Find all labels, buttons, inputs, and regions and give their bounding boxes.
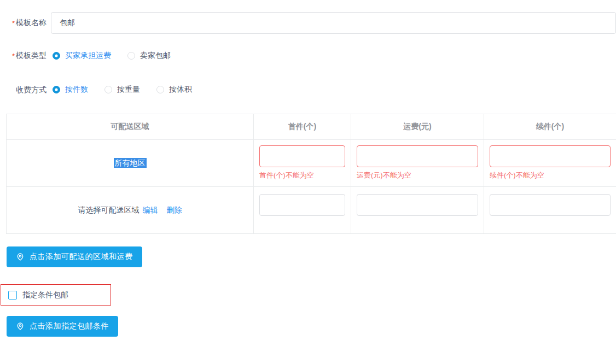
all-regions-text[interactable]: 所有地区	[114, 158, 147, 168]
radio-label: 按重量	[117, 85, 140, 95]
additional-piece-cell	[484, 187, 616, 234]
conditional-free-shipping-checkbox[interactable]	[8, 291, 17, 300]
charge-method-row: 收费方式 按件数 按重量 按体积	[0, 84, 616, 95]
table-row: 请选择可配送区域编辑删除	[7, 187, 616, 234]
radio-checked-icon	[53, 86, 60, 93]
delete-link[interactable]: 删除	[167, 206, 182, 214]
additional-piece-input[interactable]	[490, 145, 611, 167]
conditional-free-shipping-label: 指定条件包邮	[22, 290, 68, 300]
first-piece-cell: 首件(个)不能为空	[254, 140, 351, 187]
radio-buyer-pays-shipping[interactable]: 买家承担运费	[53, 51, 111, 61]
additional-piece-input[interactable]	[490, 194, 611, 216]
radio-label: 买家承担运费	[65, 51, 111, 61]
select-region-text: 请选择可配送区域	[78, 206, 140, 214]
required-asterisk: *	[12, 19, 15, 27]
shipping-fee-input[interactable]	[357, 145, 478, 167]
template-type-label: *模板类型	[0, 50, 47, 61]
add-region-button-label: 点击添加可配送的区域和运费	[30, 252, 133, 262]
radio-label: 按体积	[169, 85, 192, 95]
location-pin-icon	[16, 253, 25, 261]
radio-seller-free-shipping[interactable]: 卖家包邮	[127, 51, 171, 61]
table-row: 所有地区 首件(个)不能为空 运费(元)不能为空 续件(个)不能为空	[7, 140, 616, 187]
shipping-fee-input[interactable]	[357, 194, 478, 216]
shipping-fee-cell: 运费(元)不能为空	[351, 140, 484, 187]
shipping-fee-error: 运费(元)不能为空	[357, 171, 478, 180]
radio-unchecked-icon	[156, 86, 164, 93]
first-piece-error: 首件(个)不能为空	[259, 171, 345, 180]
template-type-row: *模板类型 买家承担运费 卖家包邮	[0, 50, 616, 61]
first-piece-cell	[254, 187, 351, 234]
radio-by-piece[interactable]: 按件数	[53, 85, 88, 95]
radio-by-weight[interactable]: 按重量	[104, 85, 140, 95]
header-first-piece: 首件(个)	[254, 114, 351, 140]
table-header-row: 可配送区域 首件(个) 运费(元) 续件(个)	[7, 114, 616, 140]
additional-piece-error: 续件(个)不能为空	[490, 171, 611, 180]
radio-checked-icon	[53, 52, 60, 60]
shipping-fee-cell	[351, 187, 484, 234]
required-asterisk: *	[12, 52, 15, 60]
radio-label: 卖家包邮	[140, 51, 171, 61]
first-piece-input[interactable]	[259, 194, 345, 216]
header-deliverable-area: 可配送区域	[7, 114, 254, 140]
shipping-fee-table: 可配送区域 首件(个) 运费(元) 续件(个) 所有地区 首件(个)不能为空 运…	[6, 114, 616, 234]
header-shipping-fee: 运费(元)	[351, 114, 484, 140]
radio-by-volume[interactable]: 按体积	[156, 85, 192, 95]
header-additional-piece: 续件(个)	[484, 114, 616, 140]
conditional-free-shipping-box: 指定条件包邮	[1, 284, 111, 306]
add-condition-button[interactable]: 点击添加指定包邮条件	[7, 316, 118, 337]
template-type-radio-group: 买家承担运费 卖家包邮	[53, 51, 187, 61]
radio-unchecked-icon	[127, 52, 135, 60]
charge-method-radio-group: 按件数 按重量 按体积	[53, 85, 208, 95]
template-name-row: *模板名称	[0, 12, 616, 34]
template-name-label: *模板名称	[0, 17, 47, 28]
first-piece-input[interactable]	[259, 145, 345, 167]
radio-unchecked-icon	[104, 86, 112, 93]
location-pin-icon	[16, 322, 25, 331]
area-cell-select-region: 请选择可配送区域编辑删除	[7, 187, 254, 234]
area-cell-all-regions: 所有地区	[7, 140, 254, 187]
add-condition-button-label: 点击添加指定包邮条件	[30, 321, 109, 331]
edit-link[interactable]: 编辑	[143, 206, 158, 214]
radio-label: 按件数	[65, 85, 88, 95]
additional-piece-cell: 续件(个)不能为空	[484, 140, 616, 187]
add-region-button[interactable]: 点击添加可配送的区域和运费	[7, 246, 142, 267]
template-name-input[interactable]	[51, 12, 616, 34]
charge-method-label: 收费方式	[0, 84, 47, 95]
